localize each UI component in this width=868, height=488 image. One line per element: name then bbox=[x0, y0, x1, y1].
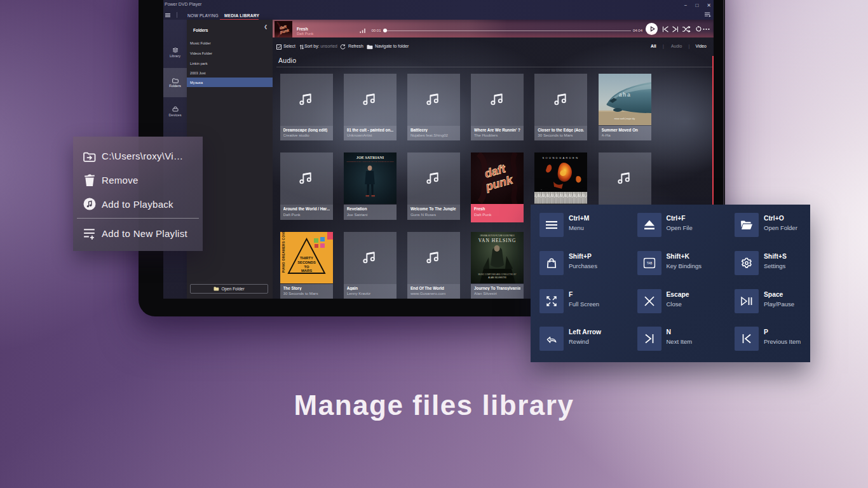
svg-text:THIRTY: THIRTY bbox=[300, 256, 313, 260]
svg-text:ALAN SILVESTRI: ALAN SILVESTRI bbox=[488, 276, 506, 279]
svg-text:TAB: TAB bbox=[646, 262, 652, 265]
svg-text:SOUNDGARDEN: SOUNDGARDEN bbox=[543, 156, 580, 159]
svg-text:VAN HELSING: VAN HELSING bbox=[478, 238, 517, 243]
svg-text:MUSIC COMPOSED AND CONDUCTED B: MUSIC COMPOSED AND CONDUCTED BY bbox=[478, 273, 517, 276]
svg-text:PROFESSOR SATCHAFUNKILUS AND T: PROFESSOR SATCHAFUNKILUS AND THE MUSTERI… bbox=[346, 161, 394, 163]
svg-text:aha: aha bbox=[619, 92, 631, 98]
svg-text:SECONDS: SECONDS bbox=[297, 261, 316, 264]
svg-text:PIANO DREAMERS COVER: PIANO DREAMERS COVER bbox=[282, 232, 285, 273]
svg-text:TO: TO bbox=[304, 264, 309, 268]
svg-text:ORIGINAL MOTION PICTURE SOUNDT: ORIGINAL MOTION PICTURE SOUNDTRACK bbox=[480, 234, 515, 237]
svg-text:JOE SATRIANI: JOE SATRIANI bbox=[356, 155, 384, 159]
svg-text:minor earth | major sky: minor earth | major sky bbox=[614, 118, 635, 120]
svg-text:MARS: MARS bbox=[301, 269, 311, 273]
